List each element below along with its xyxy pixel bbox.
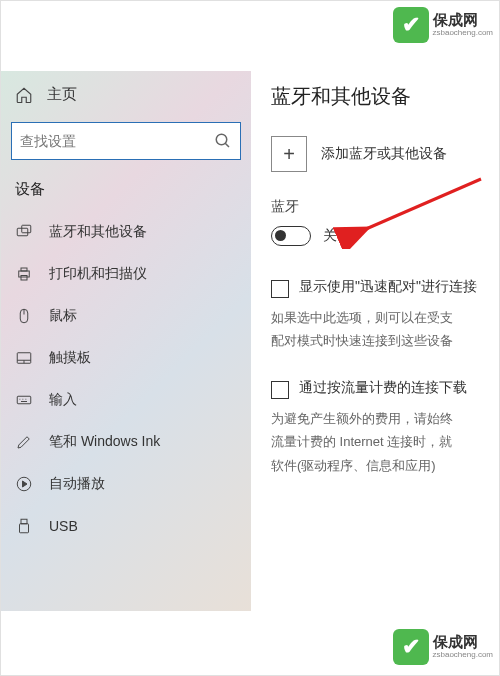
search-icon	[214, 132, 232, 150]
nav-label: 触摸板	[49, 349, 91, 367]
search-box[interactable]	[11, 122, 241, 160]
add-device-row[interactable]: + 添加蓝牙或其他设备	[271, 126, 499, 194]
bluetooth-devices-icon	[15, 223, 33, 241]
printer-icon	[15, 265, 33, 283]
svg-rect-5	[21, 268, 27, 271]
sidebar-item-mouse[interactable]: 鼠标	[1, 295, 251, 337]
home-row[interactable]: 主页	[1, 79, 251, 118]
search-input[interactable]	[20, 133, 214, 149]
sidebar-item-pen[interactable]: 笔和 Windows Ink	[1, 421, 251, 463]
toggle-knob	[275, 230, 286, 241]
pen-icon	[15, 433, 33, 451]
sidebar-item-printers[interactable]: 打印机和扫描仪	[1, 253, 251, 295]
metered-label: 通过按流量计费的连接下载	[299, 379, 467, 397]
quick-pair-checkbox[interactable]	[271, 280, 289, 298]
home-icon	[15, 86, 33, 104]
metered-row[interactable]: 通过按流量计费的连接下载	[271, 377, 499, 403]
quick-pair-row[interactable]: 显示使用"迅速配对"进行连接	[271, 276, 499, 302]
nav-label: 笔和 Windows Ink	[49, 433, 160, 451]
sidebar-item-touchpad[interactable]: 触摸板	[1, 337, 251, 379]
svg-rect-12	[17, 396, 31, 404]
watermark-bottom: ✔ 保成网 zsbaocheng.com	[393, 629, 493, 665]
nav-label: 输入	[49, 391, 77, 409]
svg-rect-20	[20, 524, 29, 533]
home-label: 主页	[47, 85, 77, 104]
metered-description: 为避免产生额外的费用，请始终 流量计费的 Internet 连接时，就 软件(驱…	[271, 403, 499, 501]
sidebar-item-usb[interactable]: USB	[1, 505, 251, 547]
nav-label: 蓝牙和其他设备	[49, 223, 147, 241]
svg-point-0	[216, 134, 227, 145]
watermark-cn: 保成网	[433, 634, 493, 651]
watermark-logo-icon: ✔	[393, 629, 429, 665]
settings-sidebar: 主页 设备 蓝牙和其他设备 打印机和扫描仪 鼠标 触摸板 输入	[1, 71, 251, 611]
page-title: 蓝牙和其他设备	[271, 79, 499, 126]
category-label: 设备	[1, 174, 251, 211]
watermark-en: zsbaocheng.com	[433, 29, 493, 38]
keyboard-icon	[15, 391, 33, 409]
bluetooth-toggle[interactable]	[271, 226, 311, 246]
watermark-logo-icon: ✔	[393, 7, 429, 43]
svg-rect-19	[21, 519, 27, 524]
svg-rect-6	[21, 276, 27, 281]
sidebar-item-typing[interactable]: 输入	[1, 379, 251, 421]
bluetooth-subtitle: 蓝牙	[271, 194, 499, 224]
metered-checkbox[interactable]	[271, 381, 289, 399]
autoplay-icon	[15, 475, 33, 493]
nav-label: 打印机和扫描仪	[49, 265, 147, 283]
bluetooth-toggle-row: 关	[271, 224, 499, 276]
add-device-label: 添加蓝牙或其他设备	[321, 145, 447, 163]
sidebar-item-autoplay[interactable]: 自动播放	[1, 463, 251, 505]
watermark-top: ✔ 保成网 zsbaocheng.com	[393, 7, 493, 43]
watermark-cn: 保成网	[433, 12, 493, 29]
usb-icon	[15, 517, 33, 535]
watermark-en: zsbaocheng.com	[433, 651, 493, 660]
quick-pair-description: 如果选中此选项，则可以在受支 配对模式时快速连接到这些设备	[271, 302, 499, 377]
nav-label: USB	[49, 518, 78, 534]
svg-rect-4	[19, 271, 30, 277]
nav-label: 自动播放	[49, 475, 105, 493]
svg-line-1	[225, 143, 229, 147]
touchpad-icon	[15, 349, 33, 367]
toggle-state-label: 关	[323, 227, 337, 245]
sidebar-item-bluetooth[interactable]: 蓝牙和其他设备	[1, 211, 251, 253]
mouse-icon	[15, 307, 33, 325]
settings-content: 蓝牙和其他设备 + 添加蓝牙或其他设备 蓝牙 关 显示使用"迅速配对"进行连接 …	[251, 71, 499, 611]
svg-rect-3	[22, 225, 31, 233]
plus-icon: +	[271, 136, 307, 172]
svg-marker-18	[23, 481, 28, 487]
svg-rect-2	[17, 228, 28, 236]
nav-label: 鼠标	[49, 307, 77, 325]
quick-pair-label: 显示使用"迅速配对"进行连接	[299, 278, 477, 296]
